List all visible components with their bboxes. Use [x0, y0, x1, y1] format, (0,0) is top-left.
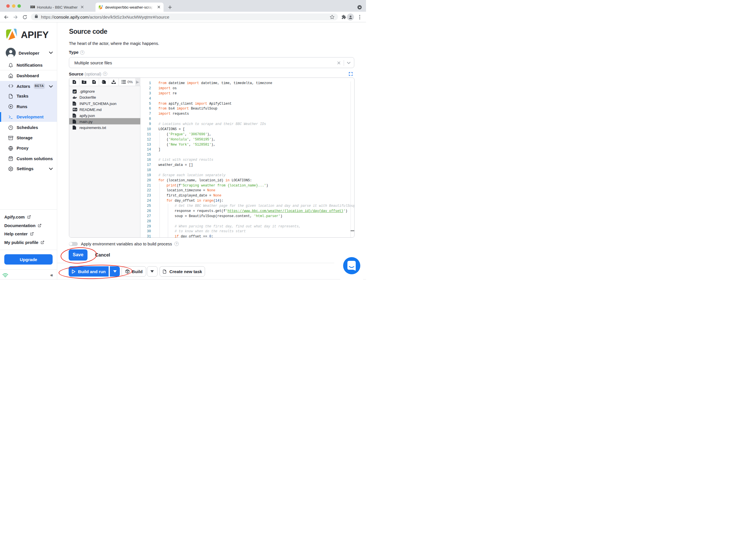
svg-text:git: git — [73, 91, 76, 93]
svg-text:B: B — [32, 6, 33, 8]
svg-text:C: C — [33, 6, 35, 8]
svg-text:B: B — [30, 6, 31, 8]
